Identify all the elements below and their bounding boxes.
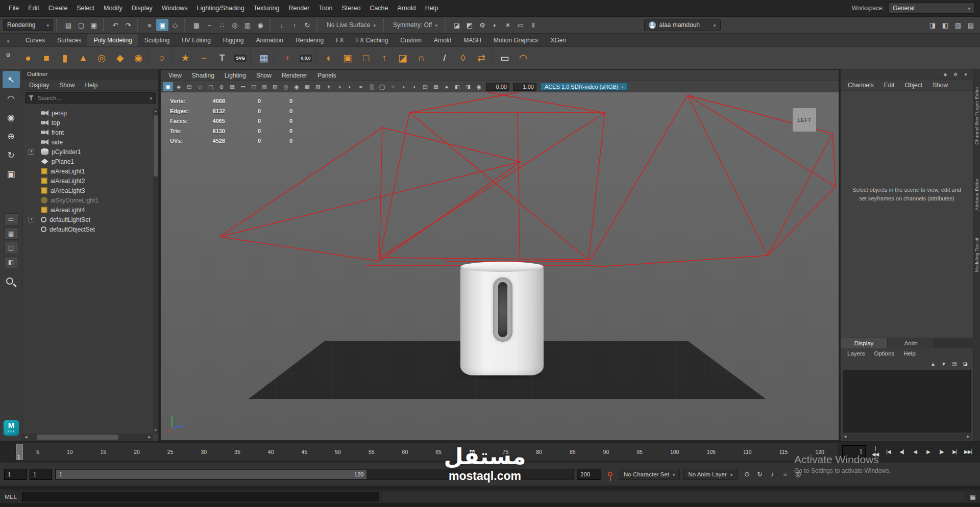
menubar-item[interactable]: Edit (23, 0, 44, 17)
menubar-item[interactable]: Select (72, 0, 99, 17)
user-account-menu[interactable]: alaa mamdouh (644, 19, 721, 31)
depth-of-field-icon[interactable]: ◯ (377, 82, 387, 91)
outliner-vertical-scrollbar[interactable]: ▲ ▼ (153, 108, 158, 434)
playback-speed-icon[interactable]: ⊙ (741, 468, 753, 480)
outliner-menu-item[interactable]: Help (80, 80, 102, 90)
outliner-item[interactable]: + aiAreaLight2 (22, 176, 153, 186)
view-transform-select[interactable]: ACES 1.0 SDR-video (sRGB) (541, 83, 628, 91)
calculator-icon[interactable]: ▦ (255, 49, 273, 67)
poly-plane-icon[interactable]: ◆ (111, 49, 129, 67)
snap-projected-center-icon[interactable]: ◎ (229, 19, 241, 31)
mirror-icon[interactable]: ⇄ (473, 49, 490, 67)
new-scene-icon[interactable]: ▤ (62, 19, 75, 31)
persp-outliner-layout-button[interactable]: ◫ (4, 242, 18, 254)
poly-sphere-icon[interactable]: ● (19, 49, 37, 67)
play-forwards-button[interactable]: ▶ (922, 444, 935, 459)
xray-icon[interactable]: ◖ (399, 82, 409, 91)
step-back-key-button[interactable]: |◀ (882, 444, 895, 459)
lasso-tool[interactable]: ◠ (3, 90, 20, 107)
undo-icon[interactable]: ↶ (109, 19, 121, 31)
outliner-item[interactable]: + aiAreaLight1 (22, 166, 153, 176)
menubar-item[interactable]: Help (421, 0, 443, 17)
single-pane-layout-button[interactable]: ▭ (4, 213, 18, 225)
multi-cut-icon[interactable]: / (436, 49, 453, 67)
shelf-separator[interactable] (431, 50, 435, 66)
menubar-item[interactable]: Create (44, 0, 72, 17)
bevel-icon[interactable]: ◪ (394, 49, 411, 67)
shelf-separator[interactable] (491, 50, 495, 66)
xray-joints-icon[interactable]: ◗ (409, 82, 420, 91)
step-back-frame-button[interactable]: ◀| (895, 444, 908, 459)
animation-start-field[interactable] (4, 469, 27, 480)
viewport-menu-item[interactable]: Lighting (220, 70, 251, 81)
outliner-item[interactable]: + pCylinder1 (22, 147, 153, 157)
gamma-field[interactable] (513, 83, 536, 91)
bridge-icon[interactable]: ∩ (412, 49, 430, 67)
shelf-tab[interactable]: Surfaces (51, 34, 87, 46)
shelf-tab[interactable]: Custom (394, 34, 427, 46)
scrollbar-thumb[interactable] (37, 435, 118, 440)
2d-pan-zoom-icon[interactable]: ⊕ (216, 82, 227, 91)
poly-cylinder-icon[interactable]: ▮ (56, 49, 74, 67)
sculpt-icon[interactable]: ◠ (514, 49, 532, 67)
color-management-icon[interactable]: ◉ (474, 82, 484, 91)
scroll-up-icon[interactable]: ▲ (153, 108, 158, 114)
snap-grid-icon[interactable]: ▦ (190, 19, 203, 31)
mug-model[interactable] (460, 264, 544, 375)
menubar-item[interactable]: Windows (157, 0, 192, 17)
select-camera-icon[interactable]: ▣ (163, 82, 173, 91)
scale-tool[interactable]: ▣ (3, 165, 20, 183)
menubar-item[interactable]: Display (127, 0, 157, 17)
character-set-select[interactable]: No Character Set (619, 469, 680, 480)
playback-start-field[interactable] (30, 469, 52, 480)
motion-blur-icon[interactable]: ≈ (356, 82, 366, 91)
mute-icon[interactable]: ◎ (792, 468, 804, 480)
expand-icon[interactable]: + (29, 149, 34, 155)
channel-box-menu-item[interactable]: Channels (843, 80, 878, 90)
viewport-menu-item[interactable]: Shading (187, 70, 219, 81)
poly-cube-icon[interactable]: ■ (38, 49, 55, 67)
pause-icon[interactable]: ‖ (527, 19, 540, 31)
channel-box-menu-item[interactable]: Object (900, 80, 927, 90)
snap-view-plane-icon[interactable]: ▥ (241, 19, 254, 31)
hypershade-icon[interactable]: ◐ (489, 19, 501, 31)
open-scene-icon[interactable]: ▢ (75, 19, 87, 31)
viewport-menu-item[interactable]: Show (252, 70, 276, 81)
menubar-item[interactable]: Render (284, 0, 314, 17)
curve-star-icon[interactable]: ★ (177, 49, 194, 67)
shelf-tab[interactable]: UV Editing (176, 34, 217, 46)
svg-tool-icon[interactable]: SVG (232, 49, 249, 67)
toggle-tool-settings-icon[interactable]: ▥ (952, 19, 964, 31)
lighting-all-icon[interactable]: ☀ (324, 82, 334, 91)
safe-action-icon[interactable]: ◎ (281, 82, 291, 91)
textured-mode-icon[interactable]: ▦ (431, 82, 441, 91)
extrude-icon[interactable]: ↑ (376, 49, 393, 67)
scroll-right-icon[interactable]: ▶ (967, 435, 970, 439)
move-tool[interactable]: ⊕ (3, 128, 20, 145)
workspace-select[interactable]: General (888, 3, 975, 14)
origin-axis-icon[interactable]: 0,0,0 (297, 49, 314, 67)
animation-end-field[interactable] (577, 469, 601, 480)
default-material-icon[interactable]: ● (442, 82, 452, 91)
outliner-item[interactable]: + front (22, 128, 153, 137)
menubar-item[interactable]: Stereo (337, 0, 365, 17)
shelf-separator[interactable] (148, 50, 152, 66)
menubar-item[interactable]: Arnold (393, 0, 421, 17)
ipr-render-icon[interactable]: ◩ (463, 19, 476, 31)
shelf-tab[interactable]: FX Caching (350, 34, 395, 46)
speed-medium-icon[interactable]: ⚙ (951, 70, 960, 79)
anti-aliasing-icon[interactable]: ▒ (366, 82, 377, 91)
poly-torus-icon[interactable]: ◎ (93, 49, 110, 67)
loop-playback-icon[interactable]: ↻ (753, 468, 766, 480)
lock-camera-icon[interactable]: ◈ (174, 82, 184, 91)
expand-icon[interactable]: + (29, 217, 34, 222)
menubar-item[interactable]: Cache (365, 0, 393, 17)
grid-toggle-icon[interactable]: ▦ (227, 82, 237, 91)
gamma-icon[interactable]: ◨ (463, 82, 473, 91)
split-pane-layout-button[interactable]: ◧ (4, 256, 18, 268)
search-input[interactable] (37, 94, 146, 102)
menubar-item[interactable]: Toon (314, 0, 337, 17)
locator-icon[interactable]: + (279, 49, 296, 67)
render-sequence-icon[interactable]: ▭ (514, 19, 527, 31)
render-frame-icon[interactable]: ◪ (451, 19, 463, 31)
